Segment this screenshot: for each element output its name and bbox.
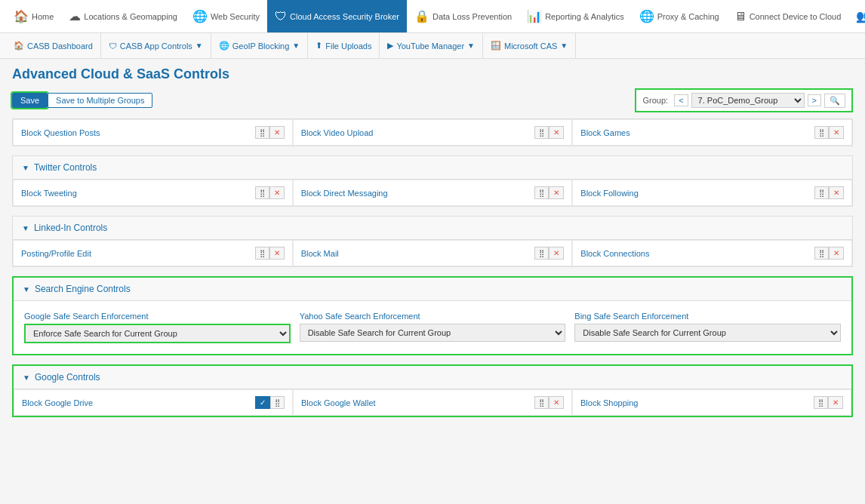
block-games-drag-btn[interactable]: ⣿ [814,126,829,139]
nav-home-label: Home [32,12,54,21]
search-engine-controls-section: ▼ Search Engine Controls Google Safe Sea… [12,276,853,355]
block-tweeting-remove-btn[interactable]: ✕ [269,186,285,199]
linkedin-controls-title: Linked-In Controls [34,223,107,233]
twitter-chevron-icon: ▼ [22,164,29,172]
nav-youtube[interactable]: ▶ YouTube Manager ▼ [380,33,483,58]
posting-profile-edit-drag-btn[interactable]: ⣿ [255,247,269,260]
block-following-drag-btn[interactable]: ⣿ [814,186,829,199]
block-shopping-drag-btn[interactable]: ⣿ [814,396,828,409]
youtube-icon: ▶ [387,41,393,51]
group-prev-button[interactable]: < [674,94,688,106]
block-direct-messaging-label[interactable]: Block Direct Messaging [301,189,388,198]
block-question-posts-label[interactable]: Block Question Posts [21,128,100,137]
block-google-wallet-drag-btn[interactable]: ⣿ [534,396,549,409]
block-google-wallet-label[interactable]: Block Google Wallet [301,398,376,407]
nav-fileuploads[interactable]: ⬆ File Uploads [308,33,380,58]
block-games-remove-btn[interactable]: ✕ [829,126,844,139]
nav-casb[interactable]: 🛡 Cloud Access Security Broker [267,0,407,32]
google-chevron-icon: ▼ [23,373,30,382]
nav-connect[interactable]: 🖥 Connect Device to Cloud [727,0,849,32]
shield-icon: 🛡 [275,10,287,23]
nav-websecurity-label: Web Security [211,12,260,21]
nav-casb-dashboard[interactable]: 🏠 CASB Dashboard [6,33,101,58]
connect-icon: 🖥 [734,10,746,23]
second-navigation: 🏠 CASB Dashboard 🛡 CASB App Controls ▼ 🌐… [0,33,865,59]
nav-home[interactable]: 🏠 Home [6,0,61,32]
save-multiple-button[interactable]: Save to Multiple Groups [48,93,152,108]
nav-microsoftcas[interactable]: 🪟 Microsoft CAS ▼ [483,33,576,58]
home-icon: 🏠 [14,9,29,23]
block-direct-messaging-drag-btn[interactable]: ⣿ [534,186,549,199]
block-video-upload-remove-btn[interactable]: ✕ [549,126,564,139]
block-connections-remove-btn[interactable]: ✕ [829,247,844,260]
block-tweeting-drag-btn[interactable]: ⣿ [255,186,269,199]
control-block-video-upload: Block Video Upload ⣿ ✕ [293,119,573,146]
block-google-drive-label[interactable]: Block Google Drive [22,398,93,407]
control-block-direct-messaging: Block Direct Messaging ⣿ ✕ [293,180,573,206]
nav-websecurity[interactable]: 🌐 Web Security [185,0,267,32]
chevron-down-icon-4: ▼ [560,41,568,50]
microsoft-icon: 🪟 [491,41,501,51]
block-question-posts-actions: ⣿ ✕ [255,126,285,139]
nav-connect-label: Connect Device to Cloud [750,12,842,21]
group-label: Group: [642,96,668,105]
group-select[interactable]: 7. PoC_Demo_Group [691,93,805,108]
top-navigation: 🏠 Home ☁ Locations & Geomapping 🌐 Web Se… [0,0,865,33]
linkedin-controls-section: ▼ Linked-In Controls Posting/Profile Edi… [12,216,853,267]
block-tweeting-label[interactable]: Block Tweeting [21,189,77,198]
block-mail-drag-btn[interactable]: ⣿ [534,247,549,260]
nav-reporting[interactable]: 📊 Reporting & Analytics [519,0,632,32]
block-connections-label[interactable]: Block Connections [580,249,649,258]
group-search-button[interactable]: 🔍 [824,94,845,108]
posting-profile-edit-remove-btn[interactable]: ✕ [269,247,285,260]
block-video-upload-actions: ⣿ ✕ [534,126,564,139]
block-shopping-remove-btn[interactable]: ✕ [828,396,843,409]
nav-casb-appcontrols[interactable]: 🛡 CASB App Controls ▼ [101,33,211,58]
save-button[interactable]: Save [12,93,48,108]
control-block-shopping: Block Shopping ⣿ ✕ [572,389,851,416]
group-next-button[interactable]: > [808,94,821,106]
nav-locations[interactable]: ☁ Locations & Geomapping [61,0,185,32]
google-controls-grid: Block Google Drive ✓ ⣿ Block Google Wall… [14,389,851,416]
block-connections-drag-btn[interactable]: ⣿ [814,247,829,260]
block-google-drive-drag-btn[interactable]: ⣿ [270,396,285,409]
control-block-connections: Block Connections ⣿ ✕ [572,240,852,266]
twitter-controls-header[interactable]: ▼ Twitter Controls [13,156,852,180]
block-following-remove-btn[interactable]: ✕ [829,186,844,199]
nav-geoip[interactable]: 🌐 GeoIP Blocking ▼ [211,33,309,58]
block-direct-messaging-actions: ⣿ ✕ [534,186,564,199]
top-controls-grid: Block Question Posts ⣿ ✕ Block Video Upl… [13,119,852,146]
block-shopping-label[interactable]: Block Shopping [580,398,638,407]
nav-proxy[interactable]: 🌐 Proxy & Caching [632,0,727,32]
block-google-drive-check-btn[interactable]: ✓ [255,396,270,409]
page-title: Advanced Cloud & SaaS Controls [0,59,865,85]
google-controls-section: ▼ Google Controls Block Google Drive ✓ ⣿… [12,364,853,417]
search-engine-controls-header[interactable]: ▼ Search Engine Controls [14,278,851,301]
block-direct-messaging-remove-btn[interactable]: ✕ [549,186,564,199]
google-safe-search-select[interactable]: Enforce Safe Search for Current GroupDis… [24,324,291,343]
block-mail-remove-btn[interactable]: ✕ [549,247,564,260]
block-question-posts-remove-btn[interactable]: ✕ [269,126,285,139]
block-tweeting-actions: ⣿ ✕ [255,186,285,199]
yahoo-safe-search-select[interactable]: Enforce Safe Search for Current GroupDis… [300,324,566,342]
linkedin-chevron-icon: ▼ [22,224,29,232]
nav-users[interactable]: 👥 Users, Groups & Devices [848,0,865,32]
bing-safe-search-select[interactable]: Enforce Safe Search for Current GroupDis… [574,324,841,342]
dashboard-icon: 🏠 [14,41,24,51]
block-video-upload-label[interactable]: Block Video Upload [301,128,374,137]
block-games-label[interactable]: Block Games [580,128,630,137]
google-controls-header[interactable]: ▼ Google Controls [14,366,851,389]
block-question-posts-drag-btn[interactable]: ⣿ [255,126,269,139]
twitter-controls-section: ▼ Twitter Controls Block Tweeting ⣿ ✕ Bl… [12,155,853,207]
block-following-label[interactable]: Block Following [580,189,638,198]
block-google-wallet-remove-btn[interactable]: ✕ [549,396,564,409]
yahoo-safe-search-label: Yahoo Safe Search Enforcement [300,312,566,321]
block-video-upload-drag-btn[interactable]: ⣿ [534,126,549,139]
search-engine-controls-title: Search Engine Controls [35,284,131,294]
block-mail-actions: ⣿ ✕ [534,247,564,260]
block-following-actions: ⣿ ✕ [814,186,844,199]
posting-profile-edit-label[interactable]: Posting/Profile Edit [21,249,91,258]
nav-dataloss[interactable]: 🔒 Data Loss Prevention [407,0,519,32]
linkedin-controls-header[interactable]: ▼ Linked-In Controls [13,217,852,240]
block-mail-label[interactable]: Block Mail [301,249,339,258]
